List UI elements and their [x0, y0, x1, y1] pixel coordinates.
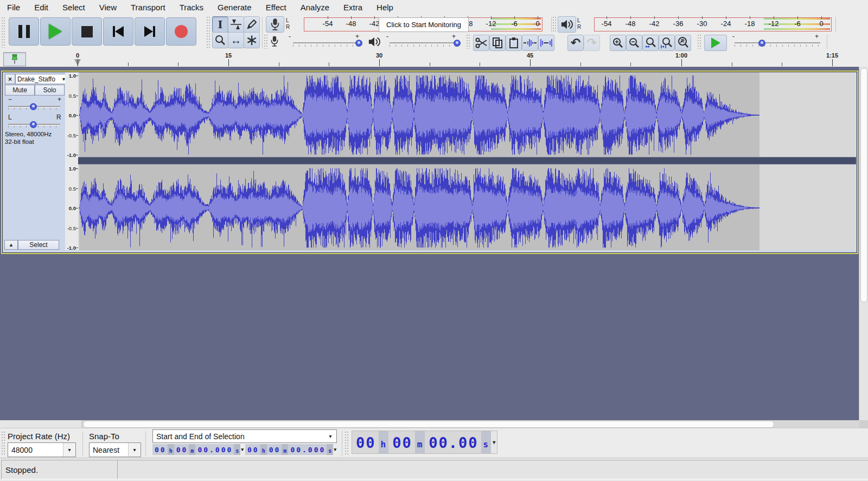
project-rate-combo[interactable]: 48000▾ — [8, 442, 76, 457]
menu-file[interactable]: File — [0, 0, 27, 15]
timeline-options-button[interactable] — [3, 52, 26, 66]
track-close-button[interactable]: × — [5, 74, 15, 84]
record-meter-mic-button[interactable] — [266, 16, 284, 33]
time-unit[interactable]: h — [379, 431, 389, 453]
skip-to-start-button[interactable] — [103, 17, 133, 46]
time-format-arrow-icon[interactable]: ▾ — [333, 444, 336, 455]
time-unit[interactable]: h — [260, 444, 267, 455]
monitoring-tooltip[interactable]: Click to Start Monitoring — [379, 17, 469, 32]
tools-toolbar-grip[interactable] — [207, 17, 210, 48]
envelope-tool-button[interactable] — [228, 16, 244, 33]
menu-effect[interactable]: Effect — [259, 0, 293, 15]
trim-audio-button[interactable] — [522, 35, 538, 51]
time-format-arrow-icon[interactable]: ▾ — [240, 444, 244, 455]
menu-select[interactable]: Select — [55, 0, 92, 15]
selection-start-field[interactable]: 00h00m00.000s▾ — [152, 444, 244, 455]
time-unit[interactable]: s — [481, 431, 492, 453]
menu-extra[interactable]: Extra — [336, 0, 369, 15]
audio-track[interactable]: × Drake_Staffo▾ Mute Solo − + L R Stereo… — [1, 71, 858, 254]
menu-analyze[interactable]: Analyze — [293, 0, 336, 15]
selection-mode-combo[interactable]: Start and End of Selection▾ — [152, 429, 337, 443]
play-button[interactable] — [40, 17, 71, 46]
track-workspace[interactable]: × Drake_Staffo▾ Mute Solo − + L R Stereo… — [0, 67, 868, 420]
time-unit[interactable]: h — [168, 444, 174, 455]
selection-toolbar-grip[interactable] — [2, 432, 5, 455]
copy-button[interactable] — [489, 35, 506, 51]
time-digits[interactable]: 00 — [388, 431, 415, 453]
stop-button[interactable] — [72, 17, 102, 46]
track-name-menu[interactable]: Drake_Staffo▾ — [15, 74, 67, 84]
menu-tracks[interactable]: Tracks — [173, 0, 210, 15]
time-digits[interactable]: 00 — [245, 444, 260, 455]
time-unit[interactable]: m — [189, 444, 195, 455]
time-toolbar-grip[interactable] — [345, 432, 349, 455]
time-digits[interactable]: 00 — [267, 444, 282, 455]
time-digits[interactable]: 00.000 — [195, 444, 234, 455]
menu-view[interactable]: View — [92, 0, 124, 15]
playback-volume-slider[interactable] — [390, 42, 459, 44]
time-digits[interactable]: 00.000 — [288, 444, 327, 455]
selection-end-field[interactable]: 00h00m00.000s▾ — [245, 444, 336, 455]
play-at-speed-toolbar-grip[interactable] — [698, 35, 701, 49]
edit-toolbar-grip[interactable] — [467, 35, 470, 49]
time-unit[interactable]: s — [327, 444, 333, 455]
time-digits[interactable]: 00 — [152, 444, 168, 455]
draw-tool-button[interactable] — [244, 16, 260, 33]
zoom-selection-button[interactable] — [642, 35, 659, 51]
selection-tool-button[interactable]: I — [212, 16, 228, 33]
redo-button[interactable]: ↷ — [584, 35, 600, 51]
time-shift-tool-button[interactable]: ↔ — [228, 32, 244, 48]
vertical-scrollbar-thumb[interactable] — [860, 68, 867, 302]
playback-speed-thumb[interactable] — [758, 40, 765, 47]
menu-generate[interactable]: Generate — [210, 0, 259, 15]
pause-button[interactable] — [9, 17, 39, 46]
time-unit[interactable]: m — [282, 444, 288, 455]
time-digits[interactable]: 00 — [174, 444, 189, 455]
recording-meter[interactable]: Click to Start Monitoring -54-48-42-36-3… — [296, 16, 542, 31]
paste-button[interactable] — [506, 35, 522, 51]
recording-volume-slider[interactable] — [293, 42, 362, 44]
undo-button[interactable]: ↶ — [567, 35, 584, 51]
zoom-toggle-button[interactable] — [675, 35, 691, 51]
mixer-toolbar-grip[interactable] — [264, 35, 268, 49]
time-format-arrow-icon[interactable]: ▾ — [491, 431, 497, 453]
recording-volume-thumb[interactable] — [355, 40, 362, 47]
channel-separator[interactable] — [78, 157, 856, 164]
zoom-out-button[interactable] — [626, 35, 642, 51]
track-select-button[interactable]: Select — [18, 240, 59, 250]
record-button[interactable] — [166, 17, 196, 46]
time-unit[interactable]: m — [415, 431, 425, 453]
cut-button[interactable] — [473, 35, 489, 51]
snap-to-combo[interactable]: Nearest▾ — [89, 442, 141, 457]
time-digits[interactable]: 00 — [352, 431, 379, 453]
playback-meter-grip[interactable] — [553, 17, 557, 32]
gain-slider-thumb[interactable] — [30, 103, 37, 110]
horizontal-scrollbar-thumb[interactable] — [83, 421, 774, 428]
play-at-speed-button[interactable] — [704, 35, 727, 51]
playback-volume-thumb[interactable] — [454, 40, 461, 47]
playback-speed-slider[interactable] — [735, 42, 820, 44]
menu-transport[interactable]: Transport — [124, 0, 173, 15]
track-collapse-button[interactable]: ▲ — [4, 240, 18, 250]
skip-to-end-button[interactable] — [135, 17, 165, 46]
menu-help[interactable]: Help — [369, 0, 400, 15]
silence-audio-button[interactable] — [538, 35, 554, 51]
timeline-ruler[interactable]: 01530451:001:15 — [0, 51, 868, 67]
horizontal-scrollbar[interactable] — [0, 420, 868, 428]
pan-slider-thumb[interactable] — [30, 121, 37, 128]
zoom-fit-button[interactable] — [659, 35, 675, 51]
zoom-tool-button[interactable] — [212, 32, 228, 48]
time-unit[interactable]: s — [234, 444, 240, 455]
menu-edit[interactable]: Edit — [27, 0, 55, 15]
playback-meter[interactable]: -54-48-42-36-30-24-18-12-60 — [587, 16, 832, 31]
transport-toolbar-grip[interactable] — [2, 17, 5, 48]
vertical-scale-ruler[interactable]: 1.00.50.0-0.5-1.01.00.50.0-0.5-1.0 — [65, 72, 79, 250]
audio-position-display[interactable]: 00h00m00.00s▾ — [352, 431, 497, 454]
time-digits[interactable]: 00.00 — [425, 431, 481, 453]
playback-meter-speaker-button[interactable] — [558, 16, 576, 33]
solo-button[interactable]: Solo — [35, 85, 65, 96]
mute-button[interactable]: Mute — [5, 85, 35, 96]
zoom-in-button[interactable] — [610, 35, 626, 51]
waveform-area[interactable] — [78, 72, 856, 250]
vertical-scrollbar[interactable] — [859, 67, 868, 420]
